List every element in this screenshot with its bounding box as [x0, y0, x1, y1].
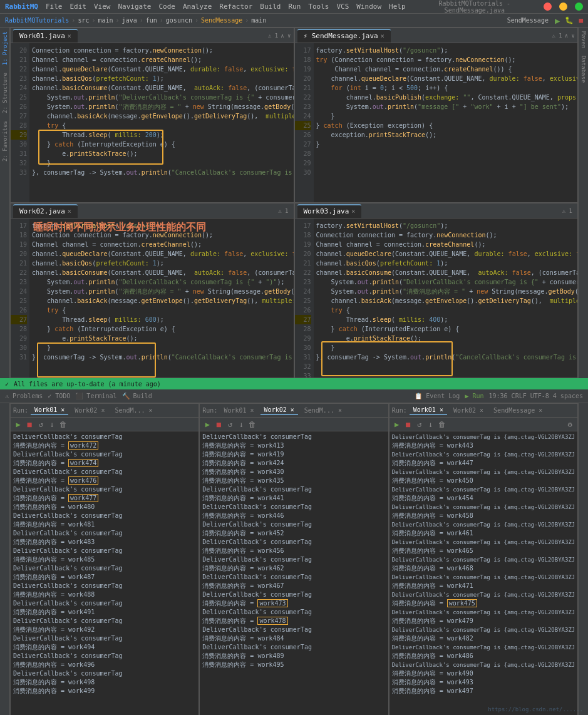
- run-line: 消费消息的内容 = work478: [202, 617, 385, 625]
- run-line: 消费消息的内容 = work483: [13, 538, 196, 547]
- run-rerun-btn-2[interactable]: ↺: [225, 419, 235, 430]
- tab-build[interactable]: 🔨 Build: [122, 393, 152, 399]
- menu-build[interactable]: Build: [260, 3, 281, 11]
- breadcrumb-src[interactable]: src: [78, 17, 89, 24]
- tab-work01[interactable]: Work01.java ×: [13, 29, 78, 43]
- run-stop-btn-2[interactable]: ■: [214, 419, 224, 430]
- run-content-3[interactable]: DeliverCallback's consumerTag is {amq.ct…: [389, 431, 577, 715]
- run-tab-sendm-1[interactable]: SendM... ×: [111, 406, 156, 414]
- breadcrumb-project[interactable]: RabbitMQTutorials: [5, 17, 69, 24]
- run-play-btn-2[interactable]: ▶: [202, 419, 212, 430]
- run-scroll-btn-1[interactable]: ↓: [47, 419, 57, 430]
- run-line: DeliverCallback's consumerTag: [13, 599, 196, 608]
- run-line: 消费消息的内容 = work487: [13, 573, 196, 582]
- tab-work03[interactable]: Work03.java ×: [297, 204, 362, 218]
- run-line: 消费消息的内容 = work474: [13, 459, 196, 468]
- menu-code[interactable]: Code: [158, 3, 175, 11]
- run-play-btn-3[interactable]: ▶: [392, 419, 402, 430]
- run-tab-work01-1[interactable]: Work01 ×: [31, 406, 68, 415]
- menu-file[interactable]: File: [46, 3, 63, 11]
- menu-tools[interactable]: Tools: [308, 3, 329, 11]
- menu-window[interactable]: Window: [356, 3, 381, 11]
- code-text-work01[interactable]: Connection connection = factory.newConne…: [29, 43, 294, 202]
- run-clear-btn-3[interactable]: 🗑: [437, 419, 447, 430]
- menu-analyze[interactable]: Analyze: [183, 3, 212, 11]
- sidebar-project[interactable]: 1: Project: [1, 28, 9, 69]
- code-text-work02[interactable]: factory.setVirtualHost("/gosuncn"); Conn…: [29, 219, 294, 378]
- run-button[interactable]: ▶: [555, 16, 560, 26]
- run-line: 消费消息的内容 = work446: [202, 512, 385, 520]
- run-rerun-btn-1[interactable]: ↺: [36, 419, 46, 430]
- window-close-btn[interactable]: [544, 3, 552, 11]
- code-content-work01[interactable]: 2021222324 2526272829 30313233 Connectio…: [11, 43, 294, 202]
- tab-problems[interactable]: ⚠ Problems: [5, 393, 43, 399]
- run-tab-work01-3[interactable]: Work01 ×: [410, 406, 447, 415]
- run-stop-btn-3[interactable]: ■: [403, 419, 413, 430]
- run-line: DeliverCallback's consumerTag: [13, 652, 196, 661]
- code-content-sendmessage[interactable]: 1718192021 2223242526 27282930 factory.s…: [295, 43, 578, 202]
- run-stop-btn-1[interactable]: ■: [24, 419, 34, 430]
- code-content-work02[interactable]: 1718192021 2223242526 2728293031 factory…: [11, 219, 294, 378]
- stop-button[interactable]: ■: [579, 16, 583, 24]
- status-time: 19:36 CRLF UTF-8 4 spaces: [488, 393, 583, 399]
- run-tab-work01-2[interactable]: Work01 ×: [220, 406, 257, 414]
- event-log-btn[interactable]: 📋 Event Log: [415, 393, 460, 399]
- tab-sendmessage[interactable]: ⚡ SendMessage.java ×: [297, 29, 391, 43]
- menu-help[interactable]: Help: [389, 3, 406, 11]
- run-content-2[interactable]: DeliverCallback's consumerTag 消费消息的内容 = …: [200, 431, 388, 715]
- run-tab-sendmessage-3[interactable]: SendMessage ×: [490, 406, 546, 414]
- breadcrumb-method[interactable]: main: [251, 17, 266, 24]
- window-maximize-btn[interactable]: [575, 3, 583, 11]
- run-line: DeliverCallback's consumerTag: [202, 555, 385, 564]
- run-line: DeliverCallback's consumerTag: [202, 643, 385, 652]
- run-scroll-btn-2[interactable]: ↓: [236, 419, 246, 430]
- breadcrumb-fun[interactable]: fun: [146, 17, 157, 24]
- run-line: 消费消息的内容 = work450: [392, 476, 575, 485]
- run-tab-work02-3[interactable]: Work02 ×: [450, 406, 487, 414]
- menu-refactor[interactable]: Refactor: [219, 3, 252, 11]
- run-line: 消费消息的内容 = work493: [392, 678, 575, 687]
- run-settings-btn-3[interactable]: ⚙: [565, 419, 575, 430]
- run-scroll-btn-3[interactable]: ↓: [426, 419, 436, 430]
- menu-run[interactable]: Run: [288, 3, 301, 11]
- code-text-work03[interactable]: factory.setVirtualHost("/gosuncn"); Conn…: [314, 219, 578, 378]
- run-line: DeliverCallback's consumerTag is {amq.ct…: [392, 573, 575, 582]
- sidebar-favorites[interactable]: 2: Favorites: [1, 117, 9, 165]
- code-text-sendmessage[interactable]: factory.setVirtualHost("/gosuncn"); try …: [314, 43, 578, 202]
- run-line: 消费消息的内容 = work454: [392, 494, 575, 503]
- run-clear-btn-2[interactable]: 🗑: [247, 419, 257, 430]
- tab-todo[interactable]: ✓ TODO: [48, 393, 70, 399]
- breadcrumb-gosuncn[interactable]: gosuncn: [166, 17, 192, 24]
- code-content-work03[interactable]: 1718192021 2223242526 2728293031 323334 …: [295, 219, 578, 378]
- tab-work02[interactable]: Work02.java ×: [13, 204, 78, 218]
- run-status-btn[interactable]: ▶ Run: [465, 393, 483, 399]
- run-line: 消费消息的内容 = work452: [202, 529, 385, 538]
- run-tab-work02-1[interactable]: Work02 ×: [71, 406, 108, 414]
- breadcrumb-java[interactable]: java: [122, 17, 137, 24]
- run-line: 消费消息的内容 = work447: [392, 459, 575, 468]
- run-play-btn-1[interactable]: ▶: [13, 419, 23, 430]
- tab-terminal[interactable]: ⬛ Terminal: [75, 393, 116, 399]
- run-tab-work02-2[interactable]: Work02 ×: [260, 406, 298, 415]
- run-line: DeliverCallback's consumerTag is {amq.ct…: [392, 643, 575, 652]
- breadcrumb-sendmessage[interactable]: SendMessage: [201, 17, 242, 24]
- run-clear-btn-1[interactable]: 🗑: [58, 419, 68, 430]
- debug-button[interactable]: 🐛: [565, 16, 574, 24]
- run-right-sidebar: [578, 403, 588, 715]
- run-content-1[interactable]: DeliverCallback's consumerTag 消费消息的内容 = …: [11, 431, 199, 715]
- run-line: DeliverCallback's consumerTag: [13, 512, 196, 520]
- run-line: 消费消息的内容 = work468: [392, 564, 575, 573]
- menu-edit[interactable]: Edit: [70, 3, 86, 11]
- menu-navigate[interactable]: Navigate: [118, 3, 151, 11]
- run-tab-sendm-2[interactable]: SendM... ×: [301, 406, 346, 414]
- menu-vcs[interactable]: VCS: [336, 3, 349, 11]
- sidebar-database[interactable]: Database: [579, 52, 588, 86]
- sidebar-maven[interactable]: Maven: [579, 28, 588, 52]
- menu-view[interactable]: View: [94, 3, 111, 11]
- run-line: DeliverCallback's consumerTag: [13, 617, 196, 625]
- run-rerun-btn-3[interactable]: ↺: [415, 419, 425, 430]
- window-minimize-btn[interactable]: [559, 3, 567, 11]
- breadcrumb-main[interactable]: main: [98, 17, 113, 24]
- sidebar-structure[interactable]: 2: Structure: [1, 69, 9, 117]
- editor-panel-work01: Work01.java × ⚠ 1 ∧ ∨ 2021222324 2526272…: [10, 28, 294, 203]
